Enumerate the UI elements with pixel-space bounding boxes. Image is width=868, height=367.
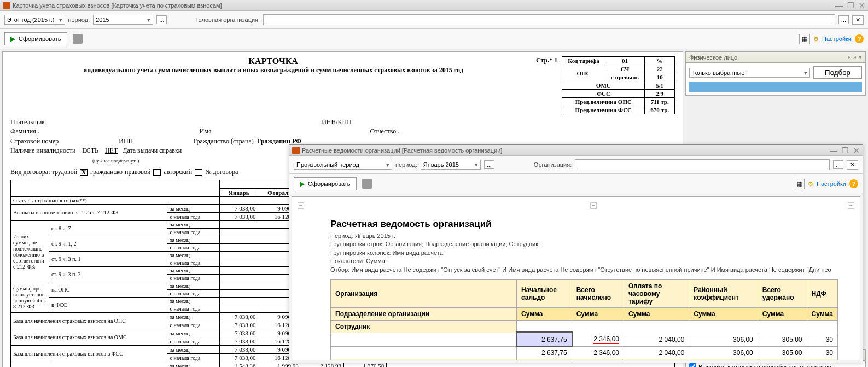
org-input[interactable] xyxy=(263,14,835,25)
filter-dropdown[interactable]: Только выбранные xyxy=(689,68,810,78)
print-icon[interactable] xyxy=(73,34,83,44)
page-number: Стр.* 1 xyxy=(536,56,557,64)
w2-meta: Период: Январь 2015 г. Группировки строк… xyxy=(330,232,838,274)
window1-toolbar: Этот год (2015 г.) период: 2015 ... Голо… xyxy=(0,11,868,29)
org-label: Головная организация: xyxy=(195,16,260,23)
form-button[interactable]: ▶ Сформировать xyxy=(4,32,67,45)
period-value-dropdown[interactable]: 2015 xyxy=(93,15,153,25)
play-icon: ▶ xyxy=(300,180,305,188)
window2: Расчетные ведомости организаций [Расчетн… xyxy=(289,144,863,363)
w2-period-preset[interactable]: Произвольный период xyxy=(294,160,392,170)
play-icon: ▶ xyxy=(10,35,15,43)
restore-icon[interactable]: ❐ xyxy=(847,1,854,10)
w2-table: Организация Начальное сальдо Всего начис… xyxy=(330,279,838,360)
close-icon[interactable]: ✕ xyxy=(859,1,865,10)
gear-icon[interactable]: ⚙ xyxy=(808,180,813,188)
dropdown-icon[interactable]: ▾ xyxy=(859,54,862,61)
w2-period-value[interactable]: Январь 2015 xyxy=(421,160,481,170)
help-icon[interactable]: ? xyxy=(849,179,858,188)
selected-item-bar[interactable] xyxy=(689,82,862,92)
window2-titlebar: Расчетные ведомости организаций [Расчетн… xyxy=(289,145,863,156)
checkbox-label: Выводить карточки по обособленным подраз… xyxy=(698,364,840,368)
period-label: период: xyxy=(68,16,90,23)
next-icon[interactable]: » xyxy=(853,54,857,61)
prev-icon[interactable]: « xyxy=(848,54,851,61)
table-row[interactable]: 2 637,75 2 346,00 2 040,00 306,00 305,00… xyxy=(331,346,838,359)
select-button[interactable]: Подбор xyxy=(813,66,862,79)
restore-icon[interactable]: ❐ xyxy=(842,146,849,155)
gear-icon[interactable]: ⚙ xyxy=(813,36,819,43)
doc-subtitle: индивидуального учета сумм начисленных в… xyxy=(10,66,536,74)
close-icon[interactable]: ✕ xyxy=(853,146,860,155)
w2-form-button[interactable]: ▶ Сформировать xyxy=(294,177,357,190)
w2-period-ellipsis[interactable]: ... xyxy=(484,160,494,169)
w2-org-ellipsis[interactable]: ... xyxy=(833,160,843,169)
window2-title: Расчетные ведомости организаций [Расчетн… xyxy=(302,147,502,154)
right-panel1-header: Физическое лицо «»▾ xyxy=(685,51,866,63)
tariff-table: Код тарифа01% ОПССЧ22 с превыш.10 ОМС5,1… xyxy=(562,56,675,114)
settings-link[interactable]: Настройки xyxy=(822,36,852,42)
org-ellipsis-button[interactable]: ... xyxy=(838,15,849,24)
grid-icon[interactable]: ▦ xyxy=(794,179,805,189)
table-row[interactable]: 2 637,75 2 346,00 2 040,00 306,00 305,00… xyxy=(331,333,838,346)
app-icon xyxy=(3,2,10,9)
minimize-icon[interactable]: — xyxy=(835,1,843,10)
w2-doc-title: Расчетная ведомость организаций xyxy=(330,219,838,230)
window1-titlebar: Карточка учета страховых взносов [Карточ… xyxy=(0,0,868,11)
table-row-total: Итого 2 637,75 2 346,00 2 040,00 306,00 … xyxy=(331,359,838,360)
app-icon xyxy=(292,147,300,154)
org-clear-button[interactable]: ✕ xyxy=(852,15,864,25)
window1-actionbar: ▶ Сформировать ▦ ⚙ Настройки ? xyxy=(0,29,868,49)
minimize-icon[interactable]: — xyxy=(830,146,837,155)
collapse-icon[interactable]: − xyxy=(590,202,597,209)
w2-print-icon[interactable] xyxy=(362,179,372,189)
period-preset-dropdown[interactable]: Этот год (2015 г.) xyxy=(4,15,65,25)
help-icon[interactable]: ? xyxy=(855,34,864,43)
grid-icon[interactable]: ▦ xyxy=(799,34,810,44)
period-ellipsis-button[interactable]: ... xyxy=(156,15,167,24)
window1-title: Карточка учета страховых взносов [Карточ… xyxy=(13,2,222,9)
subdiv-checkbox[interactable] xyxy=(689,363,696,367)
doc-title: КАРТОЧКА xyxy=(10,56,536,66)
w2-org-clear[interactable]: ✕ xyxy=(847,160,858,170)
w2-settings-link[interactable]: Настройки xyxy=(817,180,846,187)
collapse-icon[interactable]: − xyxy=(848,202,854,209)
w2-org-input[interactable] xyxy=(575,159,830,170)
collapse-icon[interactable]: − xyxy=(298,202,304,209)
